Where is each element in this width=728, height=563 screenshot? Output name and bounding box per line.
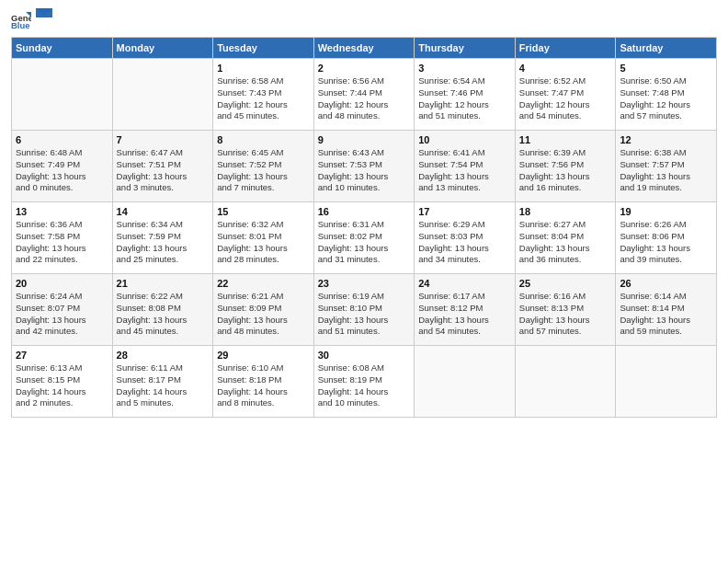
day-info: Sunrise: 6:26 AM Sunset: 8:06 PM Dayligh…: [620, 219, 712, 266]
weekday-header-row: SundayMondayTuesdayWednesdayThursdayFrid…: [12, 38, 717, 59]
calendar-cell: 7Sunrise: 6:47 AM Sunset: 7:51 PM Daylig…: [112, 131, 213, 202]
day-number: 16: [318, 206, 411, 217]
calendar-cell: 6Sunrise: 6:48 AM Sunset: 7:49 PM Daylig…: [12, 131, 113, 202]
calendar-cell: 11Sunrise: 6:39 AM Sunset: 7:56 PM Dayli…: [515, 131, 616, 202]
weekday-header-thursday: Thursday: [415, 38, 516, 59]
day-number: 28: [117, 350, 210, 361]
day-info: Sunrise: 6:31 AM Sunset: 8:02 PM Dayligh…: [318, 219, 411, 266]
day-info: Sunrise: 6:19 AM Sunset: 8:10 PM Dayligh…: [318, 291, 411, 338]
day-number: 9: [318, 134, 411, 145]
calendar-cell: 19Sunrise: 6:26 AM Sunset: 8:06 PM Dayli…: [616, 202, 717, 274]
calendar-cell: 21Sunrise: 6:22 AM Sunset: 8:08 PM Dayli…: [112, 274, 213, 346]
calendar-cell: 18Sunrise: 6:27 AM Sunset: 8:04 PM Dayli…: [515, 202, 616, 274]
calendar-cell: 27Sunrise: 6:13 AM Sunset: 8:15 PM Dayli…: [12, 346, 113, 418]
logo-wordmark: [35, 14, 52, 25]
day-info: Sunrise: 6:13 AM Sunset: 8:15 PM Dayligh…: [16, 362, 108, 409]
calendar-cell: [415, 346, 516, 418]
day-info: Sunrise: 6:21 AM Sunset: 8:09 PM Dayligh…: [217, 291, 310, 338]
day-number: 18: [519, 206, 612, 217]
calendar-cell: 2Sunrise: 6:56 AM Sunset: 7:44 PM Daylig…: [313, 59, 415, 131]
calendar-cell: [616, 346, 717, 418]
day-number: 26: [620, 278, 712, 289]
weekday-header-tuesday: Tuesday: [213, 38, 314, 59]
day-info: Sunrise: 6:45 AM Sunset: 7:52 PM Dayligh…: [217, 147, 310, 194]
calendar-cell: 28Sunrise: 6:11 AM Sunset: 8:17 PM Dayli…: [112, 346, 213, 418]
day-info: Sunrise: 6:14 AM Sunset: 8:14 PM Dayligh…: [620, 291, 712, 338]
day-info: Sunrise: 6:43 AM Sunset: 7:53 PM Dayligh…: [318, 147, 411, 194]
calendar-cell: 30Sunrise: 6:08 AM Sunset: 8:19 PM Dayli…: [313, 346, 415, 418]
day-number: 11: [519, 134, 612, 145]
day-info: Sunrise: 6:27 AM Sunset: 8:04 PM Dayligh…: [519, 219, 612, 266]
day-number: 29: [217, 350, 310, 361]
weekday-header-sunday: Sunday: [12, 38, 113, 59]
svg-text:Blue: Blue: [11, 20, 30, 29]
week-row-4: 20Sunrise: 6:24 AM Sunset: 8:07 PM Dayli…: [12, 274, 717, 346]
calendar-cell: 3Sunrise: 6:54 AM Sunset: 7:46 PM Daylig…: [415, 59, 516, 131]
weekday-header-saturday: Saturday: [616, 38, 717, 59]
day-number: 22: [217, 278, 310, 289]
calendar-cell: 24Sunrise: 6:17 AM Sunset: 8:12 PM Dayli…: [415, 274, 516, 346]
day-info: Sunrise: 6:34 AM Sunset: 7:59 PM Dayligh…: [117, 219, 210, 266]
calendar-cell: [12, 59, 113, 131]
day-number: 19: [620, 206, 712, 217]
day-number: 1: [217, 63, 310, 74]
header: General Blue: [11, 9, 717, 29]
day-number: 20: [16, 278, 108, 289]
day-info: Sunrise: 6:41 AM Sunset: 7:54 PM Dayligh…: [418, 147, 511, 194]
day-info: Sunrise: 6:52 AM Sunset: 7:47 PM Dayligh…: [519, 75, 612, 122]
calendar-cell: 9Sunrise: 6:43 AM Sunset: 7:53 PM Daylig…: [313, 131, 415, 202]
week-row-5: 27Sunrise: 6:13 AM Sunset: 8:15 PM Dayli…: [12, 346, 717, 418]
day-number: 8: [217, 134, 310, 145]
day-number: 21: [117, 278, 210, 289]
day-number: 3: [418, 63, 511, 74]
day-number: 2: [318, 63, 411, 74]
day-info: Sunrise: 6:56 AM Sunset: 7:44 PM Dayligh…: [318, 75, 411, 122]
week-row-1: 1Sunrise: 6:58 AM Sunset: 7:43 PM Daylig…: [12, 59, 717, 131]
day-info: Sunrise: 6:47 AM Sunset: 7:51 PM Dayligh…: [117, 147, 210, 194]
calendar-cell: [112, 59, 213, 131]
day-number: 5: [620, 63, 712, 74]
day-info: Sunrise: 6:48 AM Sunset: 7:49 PM Dayligh…: [16, 147, 108, 194]
calendar-header: SundayMondayTuesdayWednesdayThursdayFrid…: [12, 38, 717, 59]
calendar-body: 1Sunrise: 6:58 AM Sunset: 7:43 PM Daylig…: [12, 59, 717, 418]
calendar-cell: 29Sunrise: 6:10 AM Sunset: 8:18 PM Dayli…: [213, 346, 314, 418]
calendar-cell: 8Sunrise: 6:45 AM Sunset: 7:52 PM Daylig…: [213, 131, 314, 202]
day-info: Sunrise: 6:50 AM Sunset: 7:48 PM Dayligh…: [620, 75, 712, 122]
calendar-cell: 25Sunrise: 6:16 AM Sunset: 8:13 PM Dayli…: [515, 274, 616, 346]
day-info: Sunrise: 6:38 AM Sunset: 7:57 PM Dayligh…: [620, 147, 712, 194]
day-info: Sunrise: 6:32 AM Sunset: 8:01 PM Dayligh…: [217, 219, 310, 266]
day-info: Sunrise: 6:39 AM Sunset: 7:56 PM Dayligh…: [519, 147, 612, 194]
day-info: Sunrise: 6:24 AM Sunset: 8:07 PM Dayligh…: [16, 291, 108, 338]
day-number: 25: [519, 278, 612, 289]
day-number: 24: [418, 278, 511, 289]
calendar-cell: 4Sunrise: 6:52 AM Sunset: 7:47 PM Daylig…: [515, 59, 616, 131]
calendar-cell: 12Sunrise: 6:38 AM Sunset: 7:57 PM Dayli…: [616, 131, 717, 202]
day-number: 14: [117, 206, 210, 217]
calendar-cell: 5Sunrise: 6:50 AM Sunset: 7:48 PM Daylig…: [616, 59, 717, 131]
calendar-cell: 17Sunrise: 6:29 AM Sunset: 8:03 PM Dayli…: [415, 202, 516, 274]
calendar-cell: 22Sunrise: 6:21 AM Sunset: 8:09 PM Dayli…: [213, 274, 314, 346]
day-number: 17: [418, 206, 511, 217]
logo: General Blue: [11, 9, 52, 29]
day-info: Sunrise: 6:08 AM Sunset: 8:19 PM Dayligh…: [318, 362, 411, 409]
logo-icon: General Blue: [11, 9, 31, 29]
week-row-2: 6Sunrise: 6:48 AM Sunset: 7:49 PM Daylig…: [12, 131, 717, 202]
calendar-cell: 14Sunrise: 6:34 AM Sunset: 7:59 PM Dayli…: [112, 202, 213, 274]
day-number: 15: [217, 206, 310, 217]
day-info: Sunrise: 6:58 AM Sunset: 7:43 PM Dayligh…: [217, 75, 310, 122]
day-number: 23: [318, 278, 411, 289]
calendar-cell: 10Sunrise: 6:41 AM Sunset: 7:54 PM Dayli…: [415, 131, 516, 202]
calendar-cell: 23Sunrise: 6:19 AM Sunset: 8:10 PM Dayli…: [313, 274, 415, 346]
day-number: 10: [418, 134, 511, 145]
logo-flag-icon: [36, 8, 52, 25]
day-info: Sunrise: 6:54 AM Sunset: 7:46 PM Dayligh…: [418, 75, 511, 122]
day-number: 6: [16, 134, 108, 145]
day-number: 27: [16, 350, 108, 361]
day-info: Sunrise: 6:10 AM Sunset: 8:18 PM Dayligh…: [217, 362, 310, 409]
calendar-cell: 15Sunrise: 6:32 AM Sunset: 8:01 PM Dayli…: [213, 202, 314, 274]
weekday-header-monday: Monday: [112, 38, 213, 59]
day-info: Sunrise: 6:11 AM Sunset: 8:17 PM Dayligh…: [117, 362, 210, 409]
day-number: 4: [519, 63, 612, 74]
day-number: 30: [318, 350, 411, 361]
calendar-cell: 26Sunrise: 6:14 AM Sunset: 8:14 PM Dayli…: [616, 274, 717, 346]
